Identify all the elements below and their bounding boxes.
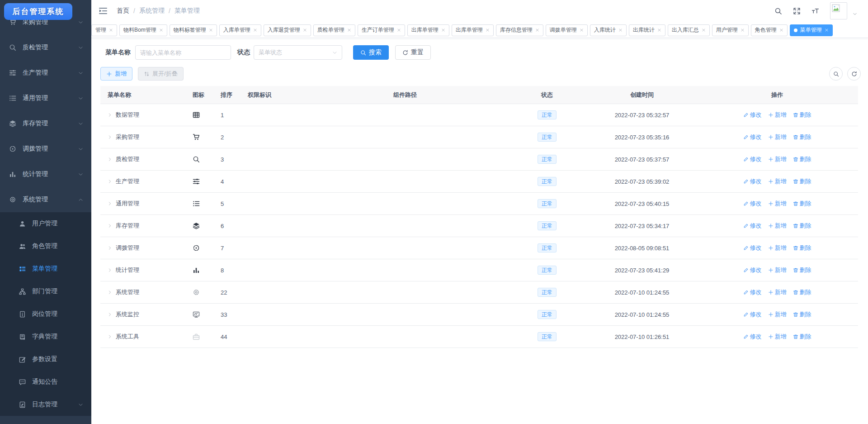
table-row[interactable]: 质检管理 3 正常 2022-07-23 05:37:57 修改 新增 删除 xyxy=(100,148,858,171)
sidebar-subitem[interactable]: 通知公告 xyxy=(0,371,91,393)
font-size-icon[interactable] xyxy=(811,7,819,15)
expand-row-icon[interactable] xyxy=(108,135,112,139)
expand-row-icon[interactable] xyxy=(108,224,112,228)
add-child-link[interactable]: 新增 xyxy=(768,333,787,341)
sidebar-item[interactable]: 库存管理 xyxy=(0,111,91,136)
expand-row-icon[interactable] xyxy=(108,312,112,317)
add-child-link[interactable]: 新增 xyxy=(768,133,787,141)
page-tab[interactable]: 入库统计 xyxy=(590,24,627,36)
app-logo[interactable]: 后台管理系统 xyxy=(4,3,72,20)
edit-link[interactable]: 修改 xyxy=(743,266,762,274)
sidebar-item[interactable]: 通用管理 xyxy=(0,86,91,111)
add-child-link[interactable]: 新增 xyxy=(768,222,787,230)
page-tab[interactable]: 物料Bom管理 xyxy=(119,24,167,36)
expand-collapse-button[interactable]: 展开/折叠 xyxy=(138,67,184,81)
table-row[interactable]: 采购管理 2 正常 2022-07-23 05:35:16 修改 新增 删除 xyxy=(100,126,858,148)
expand-row-icon[interactable] xyxy=(108,179,112,184)
breadcrumb-item[interactable]: 首页 xyxy=(117,7,129,15)
table-row[interactable]: 统计管理 8 正常 2022-07-23 05:41:29 修改 新增 删除 xyxy=(100,259,858,281)
page-tab[interactable]: 用户管理 xyxy=(712,24,749,36)
add-button[interactable]: 新增 xyxy=(100,67,132,81)
breadcrumb-item[interactable]: 菜单管理 xyxy=(175,7,200,15)
page-tab[interactable]: 质检单管理 xyxy=(313,24,355,36)
user-menu-caret-icon[interactable] xyxy=(853,12,857,16)
add-child-link[interactable]: 新增 xyxy=(768,111,787,119)
sidebar-subitem[interactable]: 岗位管理 xyxy=(0,303,91,325)
status-select[interactable]: 菜单状态 xyxy=(254,45,342,60)
edit-link[interactable]: 修改 xyxy=(743,310,762,319)
sidebar-item[interactable]: 统计管理 xyxy=(0,162,91,187)
sidebar-subitem[interactable]: 用户管理 xyxy=(0,212,91,235)
add-child-link[interactable]: 新增 xyxy=(768,177,787,186)
add-child-link[interactable]: 新增 xyxy=(768,310,787,319)
edit-link[interactable]: 修改 xyxy=(743,222,762,230)
delete-link[interactable]: 删除 xyxy=(793,310,811,319)
tab-close-icon[interactable] xyxy=(397,28,401,32)
sidebar-subitem[interactable]: 菜单管理 xyxy=(0,257,91,280)
delete-link[interactable]: 删除 xyxy=(793,155,811,163)
tab-close-icon[interactable] xyxy=(657,28,661,32)
breadcrumb-item[interactable]: / xyxy=(133,7,135,14)
table-row[interactable]: 系统监控 33 正常 2022-07-10 01:24:55 修改 新增 删除 xyxy=(100,304,858,326)
tab-close-icon[interactable] xyxy=(702,28,706,32)
sidebar-subitem[interactable]: 字典管理 xyxy=(0,325,91,348)
page-tab[interactable]: 入库单管理 xyxy=(219,24,261,36)
tab-close-icon[interactable] xyxy=(441,28,445,32)
edit-link[interactable]: 修改 xyxy=(743,244,762,252)
expand-row-icon[interactable] xyxy=(108,290,112,295)
tab-close-icon[interactable] xyxy=(825,28,829,32)
add-child-link[interactable]: 新增 xyxy=(768,200,787,208)
page-tab[interactable]: 出库单管理 xyxy=(452,24,494,36)
tab-close-icon[interactable] xyxy=(109,28,113,32)
tab-close-icon[interactable] xyxy=(486,28,490,32)
search-button[interactable]: 搜索 xyxy=(353,45,389,60)
delete-link[interactable]: 删除 xyxy=(793,266,811,274)
edit-link[interactable]: 修改 xyxy=(743,333,762,341)
menu-name-input[interactable] xyxy=(135,45,231,60)
page-tab[interactable]: 角色管理 xyxy=(751,24,788,36)
tab-close-icon[interactable] xyxy=(209,28,213,32)
delete-link[interactable]: 删除 xyxy=(793,288,811,296)
edit-link[interactable]: 修改 xyxy=(743,177,762,186)
sidebar-item[interactable]: 系统管理 xyxy=(0,187,91,212)
add-child-link[interactable]: 新增 xyxy=(768,288,787,296)
tab-close-icon[interactable] xyxy=(253,28,257,32)
delete-link[interactable]: 删除 xyxy=(793,200,811,208)
sidebar-subitem[interactable]: 部门管理 xyxy=(0,280,91,303)
tab-close-icon[interactable] xyxy=(535,28,539,32)
refresh-table-button[interactable] xyxy=(847,67,861,81)
edit-link[interactable]: 修改 xyxy=(743,133,762,141)
sidebar-fold-icon[interactable] xyxy=(99,6,108,15)
tab-close-icon[interactable] xyxy=(580,28,584,32)
avatar[interactable] xyxy=(830,2,847,19)
tab-close-icon[interactable] xyxy=(347,28,351,32)
add-child-link[interactable]: 新增 xyxy=(768,155,787,163)
breadcrumb-item[interactable]: 系统管理 xyxy=(139,7,165,15)
sidebar-item[interactable]: 生产管理 xyxy=(0,60,91,86)
page-tab[interactable]: 库存信息管理 xyxy=(496,24,543,36)
table-row[interactable]: 系统管理 22 正常 2022-07-10 01:24:55 修改 新增 删除 xyxy=(100,281,858,304)
add-child-link[interactable]: 新增 xyxy=(768,244,787,252)
table-row[interactable]: 库存管理 6 正常 2022-07-23 05:34:17 修改 新增 删除 xyxy=(100,215,858,237)
table-row[interactable]: 系统工具 44 正常 2022-07-10 01:26:51 修改 新增 删除 xyxy=(100,326,858,348)
expand-row-icon[interactable] xyxy=(108,113,112,117)
table-row[interactable]: 调拨管理 7 正常 2022-08-05 09:08:51 修改 新增 删除 xyxy=(100,237,858,259)
edit-link[interactable]: 修改 xyxy=(743,200,762,208)
edit-link[interactable]: 修改 xyxy=(743,288,762,296)
reset-button[interactable]: 重置 xyxy=(395,45,431,60)
fullscreen-icon[interactable] xyxy=(793,7,801,15)
page-tab[interactable]: 生产订单管理 xyxy=(358,24,405,36)
page-tab[interactable]: 入库退货管理 xyxy=(264,24,311,36)
sidebar-item[interactable]: 调拨管理 xyxy=(0,136,91,162)
expand-row-icon[interactable] xyxy=(108,334,112,339)
sidebar-subitem[interactable]: 日志管理 xyxy=(0,393,91,416)
page-tab[interactable]: 管理 xyxy=(91,24,117,36)
tab-close-icon[interactable] xyxy=(779,28,783,32)
breadcrumb-item[interactable]: / xyxy=(169,7,170,14)
page-tab[interactable]: 物料标签管理 xyxy=(170,24,217,36)
table-row[interactable]: 生产管理 4 正常 2022-07-23 05:39:02 修改 新增 删除 xyxy=(100,171,858,193)
tab-close-icon[interactable] xyxy=(159,28,163,32)
sidebar-subitem[interactable]: 参数设置 xyxy=(0,348,91,371)
expand-row-icon[interactable] xyxy=(108,246,112,250)
delete-link[interactable]: 删除 xyxy=(793,222,811,230)
